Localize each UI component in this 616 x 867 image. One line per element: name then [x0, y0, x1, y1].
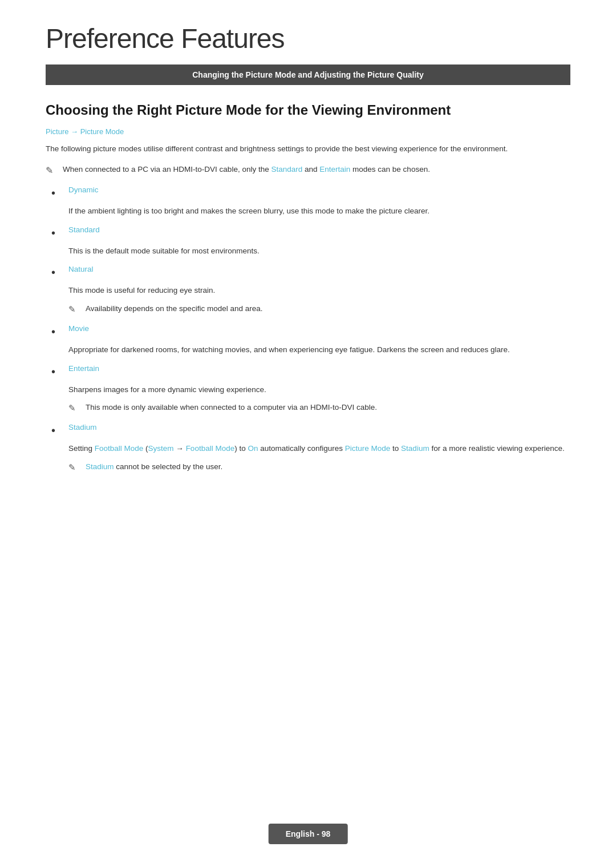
note-icon-stadium: ✎ — [68, 461, 82, 474]
page-container: Preference Features Changing the Picture… — [0, 0, 616, 528]
bullet-dot-movie: • — [51, 324, 63, 339]
breadcrumb-arrow: → — [68, 127, 80, 136]
bullet-desc-stadium: Setting Football Mode (System → Football… — [68, 442, 570, 455]
breadcrumb: Picture → Picture Mode — [46, 127, 570, 136]
bullet-label-stadium: Stadium — [68, 423, 97, 432]
sub-note-stadium: ✎ Stadium cannot be selected by the user… — [68, 461, 570, 474]
bullet-desc-standard: This is the default mode suitable for mo… — [68, 245, 570, 257]
bullet-label-standard: Standard — [68, 225, 100, 234]
breadcrumb-part1: Picture — [46, 127, 68, 136]
chapter-title: Choosing the Right Picture Mode for the … — [46, 102, 570, 118]
bullet-dynamic: • Dynamic If the ambient lighting is too… — [46, 186, 570, 217]
bullet-natural: • Natural This mode is useful for reduci… — [46, 265, 570, 316]
bullet-movie: • Movie Appropriate for darkened rooms, … — [46, 324, 570, 356]
bullet-dot-dynamic: • — [51, 186, 63, 200]
intro-text: The following picture modes utilise diff… — [46, 143, 570, 155]
sub-note-text-natural: Availability depends on the specific mod… — [86, 303, 262, 315]
bullet-dot-standard: • — [51, 225, 63, 240]
bullet-standard: • Standard This is the default mode suit… — [46, 225, 570, 257]
bullet-desc-dynamic: If the ambient lighting is too bright an… — [68, 205, 570, 217]
note-text-hdmi: When connected to a PC via an HDMI-to-DV… — [63, 163, 570, 176]
bullet-label-entertain: Entertain — [68, 364, 99, 373]
sub-note-natural: ✎ Availability depends on the specific m… — [68, 303, 570, 316]
breadcrumb-part2: Picture Mode — [80, 127, 124, 136]
bullet-item-movie: • Movie — [46, 324, 570, 339]
section-header: Changing the Picture Mode and Adjusting … — [46, 64, 570, 85]
sub-note-text-stadium: Stadium cannot be selected by the user. — [86, 461, 222, 473]
bullet-item-dynamic: • Dynamic — [46, 186, 570, 200]
bullet-dot-natural: • — [51, 265, 63, 280]
note-icon-hdmi: ✎ — [46, 163, 59, 178]
page-title: Preference Features — [46, 23, 570, 54]
sub-note-entertain: ✎ This mode is only available when conne… — [68, 401, 570, 415]
bullet-dot-stadium: • — [51, 423, 63, 438]
footer-page-number: English - 98 — [269, 824, 348, 844]
sub-note-text-entertain: This mode is only available when connect… — [86, 401, 377, 414]
bullet-dot-entertain: • — [51, 364, 63, 379]
note-hdmi: ✎ When connected to a PC via an HDMI-to-… — [46, 163, 570, 178]
note-icon-natural: ✎ — [68, 303, 82, 316]
bullet-desc-entertain: Sharpens images for a more dynamic viewi… — [68, 384, 570, 396]
bullet-label-natural: Natural — [68, 265, 94, 273]
bullet-item-stadium: • Stadium — [46, 423, 570, 438]
bullet-label-movie: Movie — [68, 324, 89, 333]
bullet-desc-movie: Appropriate for darkened rooms, for watc… — [68, 344, 570, 356]
bullet-label-dynamic: Dynamic — [68, 186, 99, 194]
bullet-item-standard: • Standard — [46, 225, 570, 240]
bullet-desc-natural: This mode is useful for reducing eye str… — [68, 284, 570, 297]
note-icon-entertain: ✎ — [68, 401, 82, 415]
bullet-entertain: • Entertain Sharpens images for a more d… — [46, 364, 570, 416]
bullet-stadium: • Stadium Setting Football Mode (System … — [46, 423, 570, 474]
bullet-item-entertain: • Entertain — [46, 364, 570, 379]
bullet-item-natural: • Natural — [46, 265, 570, 280]
